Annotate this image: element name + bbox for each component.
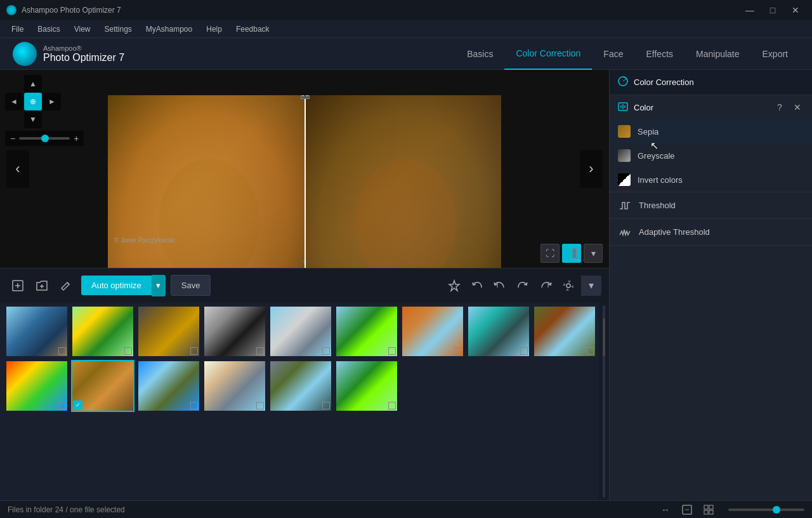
titlebar: Ashampoo Photo Optimizer 7 — □ ✕ [0, 0, 812, 20]
thumbnail-1[interactable] [5, 305, 69, 357]
redo-all-button[interactable] [535, 276, 556, 296]
auto-optimize-group: Auto optimize ▾ [81, 275, 166, 296]
settings-button[interactable] [558, 276, 579, 296]
nav-right-arrow[interactable]: ► [43, 93, 61, 110]
menu-feedback[interactable]: Feedback [230, 22, 276, 36]
invert-colors-icon [617, 173, 631, 187]
thumb-indicator-8 [520, 347, 528, 355]
toolbar-dropdown[interactable]: ▾ [581, 276, 601, 296]
thumbnail-12[interactable] [137, 360, 200, 412]
split-view-button[interactable] [562, 244, 581, 263]
close-color-button[interactable]: ✕ [790, 100, 804, 114]
svg-rect-28 [709, 510, 713, 514]
status-bar: Files in folder 24 / one file selected ↔ [0, 500, 812, 518]
sepia-item[interactable]: Sepia [610, 119, 812, 143]
statusbar-right: ↔ [657, 501, 804, 518]
undo-all-button[interactable] [490, 276, 510, 296]
menu-myashampoo[interactable]: MyAshampoo [140, 22, 199, 36]
tab-color-correction[interactable]: Color Correction [504, 38, 592, 70]
menu-view[interactable]: View [68, 22, 97, 36]
greyscale-label: Greyscale [638, 151, 675, 161]
thumbnail-5[interactable] [269, 305, 332, 357]
nav-center-btn[interactable]: ⊕ [24, 93, 42, 110]
titlebar-left: Ashampoo Photo Optimizer 7 [6, 5, 121, 15]
thumb-indicator-5 [322, 347, 330, 355]
auto-optimize-dropdown[interactable]: ▾ [152, 275, 166, 296]
dropdown-arrow-button[interactable]: ▾ [584, 244, 603, 263]
scroll-indicator [599, 303, 609, 501]
undo-button[interactable] [467, 276, 487, 296]
auto-optimize-button[interactable]: Auto optimize [81, 276, 152, 295]
right-panel-header: Color Correction [610, 70, 812, 95]
color-correction-header-icon [617, 76, 629, 90]
expand-button[interactable]: ⛶ [540, 244, 560, 263]
thumbnail-15[interactable] [335, 360, 398, 412]
thumbnail-13[interactable] [203, 360, 266, 412]
thumbnail-3[interactable] [137, 305, 200, 357]
photo-credit: © Jorek Purczyfowski [114, 237, 175, 244]
thumbnail-7[interactable] [401, 305, 464, 357]
maximize-button[interactable]: □ [763, 0, 783, 20]
menu-help[interactable]: Help [200, 22, 228, 36]
menu-settings[interactable]: Settings [98, 22, 138, 36]
thumb-indicator-3 [190, 347, 198, 355]
invert-colors-item[interactable]: Invert colors [610, 168, 812, 192]
status-text: Files in folder 24 / one file selected [8, 505, 125, 514]
nav-left-arrow[interactable]: ◄ [5, 93, 23, 110]
scroll-thumb[interactable] [603, 318, 605, 356]
logo-area: Ashampoo® Photo Optimizer 7 [13, 42, 124, 66]
nav-up-arrow[interactable]: ▲ [24, 75, 42, 93]
color-section-header: Color ? ✕ [610, 95, 812, 119]
zoom-actual-button[interactable] [679, 501, 695, 518]
minimize-button[interactable]: — [740, 0, 760, 20]
thumbnail-4[interactable] [203, 305, 266, 357]
grid-view-button[interactable] [700, 501, 717, 518]
tab-face[interactable]: Face [592, 38, 634, 70]
thumbnail-cat-selected[interactable]: ✓ [71, 360, 134, 412]
tab-effects[interactable]: Effects [634, 38, 684, 70]
help-button[interactable]: ? [773, 100, 787, 114]
zoom-in-button[interactable]: + [74, 133, 79, 143]
zoom-fit-button[interactable]: ↔ [657, 501, 674, 518]
thumbnail-2[interactable] [71, 305, 134, 357]
sepia-icon [617, 124, 631, 138]
thumbnail-14[interactable] [269, 360, 332, 412]
tab-export[interactable]: Export [751, 38, 799, 70]
redo-button[interactable] [513, 276, 533, 296]
thumbnail-9[interactable] [533, 305, 596, 357]
thumb-indicator-4 [256, 347, 264, 355]
tab-manipulate[interactable]: Manipulate [684, 38, 751, 70]
add-file-button[interactable] [8, 276, 28, 296]
star-button[interactable] [444, 276, 464, 296]
thumb-indicator-9 [586, 347, 594, 355]
menu-file[interactable]: File [5, 22, 30, 36]
nav-zoom-controls: ▲ ◄ ⊕ ► ▼ − [5, 75, 84, 146]
titlebar-controls: — □ ✕ [740, 0, 806, 20]
zoom-slider[interactable] [19, 137, 70, 140]
nav-down-arrow[interactable]: ▼ [24, 110, 42, 128]
scroll-track[interactable] [603, 305, 605, 498]
adaptive-threshold-item[interactable]: Adaptive Threshold [610, 219, 812, 246]
close-button[interactable]: ✕ [785, 0, 806, 20]
thumbnail-8[interactable] [467, 305, 530, 357]
thumb-indicator-6 [388, 347, 396, 355]
next-image-button[interactable]: › [580, 150, 603, 188]
app-icon [6, 5, 16, 15]
threshold-item[interactable]: Threshold [610, 192, 812, 219]
svg-line-12 [67, 282, 69, 284]
split-divider[interactable]: ◄► [304, 95, 306, 268]
thumbnail-10[interactable] [5, 360, 69, 412]
svg-point-16 [566, 284, 570, 288]
statusbar-zoom-slider[interactable] [728, 508, 804, 511]
greyscale-item[interactable]: Greyscale [610, 143, 812, 168]
menu-basics[interactable]: Basics [31, 22, 66, 36]
zoom-out-button[interactable]: − [10, 133, 15, 143]
view-controls: ⛶ ▾ [540, 244, 603, 263]
svg-rect-25 [704, 505, 708, 509]
edit-button[interactable] [56, 276, 76, 296]
add-folder-button[interactable] [32, 276, 52, 296]
topnav-items: Basics Color Correction Face Effects Man… [455, 38, 799, 70]
save-button[interactable]: Save [171, 275, 211, 296]
tab-basics[interactable]: Basics [455, 38, 504, 70]
thumbnail-6[interactable] [335, 305, 398, 357]
